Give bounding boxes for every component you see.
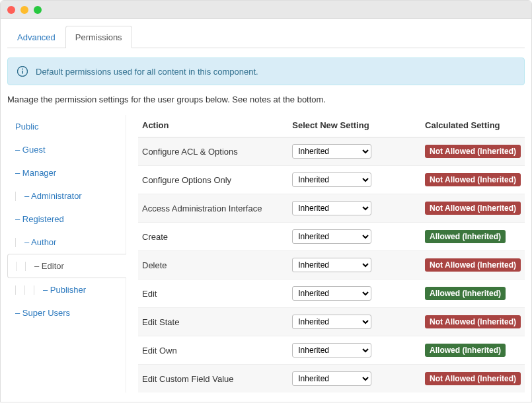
sidebar-item-group[interactable]: – Manager: [7, 161, 126, 184]
close-icon[interactable]: [7, 6, 15, 14]
tree-indent: [34, 285, 42, 295]
permissions-main: Action Select New Setting Calculated Set…: [126, 115, 525, 393]
table-row: CreateInheritedAllowed (Inherited): [138, 223, 525, 251]
table-row: EditInheritedAllowed (Inherited): [138, 280, 525, 308]
setting-select[interactable]: Inherited: [292, 315, 371, 329]
tree-indent: [15, 285, 23, 295]
action-cell: Delete: [138, 251, 288, 280]
titlebar: [1, 1, 531, 19]
action-cell: Create: [138, 223, 288, 251]
sidebar-item-group[interactable]: – Administrator: [7, 184, 126, 208]
info-alert: Default permissions used for all content…: [7, 57, 525, 85]
sidebar-item-group[interactable]: – Registered: [7, 208, 126, 231]
action-cell: Configure ACL & Options: [138, 137, 288, 166]
sidebar-item-group[interactable]: – Author: [7, 231, 126, 254]
sidebar-item-label: – Registered: [15, 214, 64, 224]
table-row: DeleteInheritedNot Allowed (Inherited): [138, 251, 525, 280]
select-cell: Inherited: [288, 251, 421, 280]
calculated-cell: Not Allowed (Inherited): [421, 137, 525, 166]
action-cell: Edit: [138, 280, 288, 308]
header-calculated: Calculated Setting: [421, 115, 525, 137]
alert-text: Default permissions used for all content…: [36, 67, 258, 77]
table-row: Edit OwnInheritedAllowed (Inherited): [138, 336, 525, 365]
calculated-cell: Allowed (Inherited): [421, 223, 525, 251]
select-cell: Inherited: [288, 137, 421, 166]
header-action: Action: [138, 115, 288, 137]
tab-bar: AdvancedPermissions: [7, 26, 525, 48]
info-icon: [17, 66, 28, 77]
table-row: Edit Custom Field ValueInheritedNot Allo…: [138, 365, 525, 393]
permissions-table: Action Select New Setting Calculated Set…: [138, 115, 525, 393]
sidebar-item-label: Public: [15, 122, 38, 132]
status-badge: Not Allowed (Inherited): [425, 202, 521, 215]
setting-select[interactable]: Inherited: [292, 286, 371, 301]
sidebar-item-group[interactable]: Public: [7, 115, 126, 138]
status-badge: Not Allowed (Inherited): [425, 258, 521, 272]
setting-select[interactable]: Inherited: [292, 144, 371, 159]
sidebar-item-label: – Administrator: [24, 191, 82, 201]
svg-point-2: [22, 69, 23, 70]
action-cell: Edit State: [138, 308, 288, 336]
sidebar-item-label: – Guest: [15, 145, 46, 155]
content-area: AdvancedPermissions Default permissions …: [1, 19, 531, 402]
tree-indent: [25, 262, 33, 271]
status-badge: Not Allowed (Inherited): [425, 173, 521, 186]
calculated-cell: Allowed (Inherited): [421, 280, 525, 308]
status-badge: Allowed (Inherited): [425, 230, 506, 243]
sidebar-item-group[interactable]: – Super Users: [7, 301, 126, 324]
action-cell: Edit Own: [138, 336, 288, 365]
status-badge: Not Allowed (Inherited): [425, 315, 521, 328]
table-row: Configure Options OnlyInheritedNot Allow…: [138, 166, 525, 194]
sidebar-item-label: – Manager: [15, 168, 56, 178]
setting-select[interactable]: Inherited: [292, 371, 371, 386]
status-badge: Allowed (Inherited): [425, 344, 506, 357]
select-cell: Inherited: [288, 223, 421, 251]
sidebar-item-label: – Author: [24, 237, 56, 247]
sidebar-item-group[interactable]: – Editor: [7, 254, 126, 278]
sidebar-item-label: – Editor: [34, 261, 64, 271]
select-cell: Inherited: [288, 194, 421, 223]
select-cell: Inherited: [288, 308, 421, 336]
maximize-icon[interactable]: [34, 6, 42, 14]
setting-select[interactable]: Inherited: [292, 258, 371, 272]
status-badge: Not Allowed (Inherited): [425, 372, 521, 385]
calculated-cell: Not Allowed (Inherited): [421, 166, 525, 194]
select-cell: Inherited: [288, 280, 421, 308]
minimize-icon[interactable]: [20, 6, 28, 14]
table-row: Access Administration InterfaceInherited…: [138, 194, 525, 223]
status-badge: Not Allowed (Inherited): [425, 145, 521, 158]
calculated-cell: Not Allowed (Inherited): [421, 365, 525, 393]
select-cell: Inherited: [288, 166, 421, 194]
tree-indent: [15, 238, 23, 247]
tab-permissions[interactable]: Permissions: [65, 26, 132, 48]
tab-advanced[interactable]: Advanced: [7, 26, 65, 48]
action-cell: Edit Custom Field Value: [138, 365, 288, 393]
tree-indent: [16, 262, 24, 271]
svg-rect-1: [22, 71, 23, 74]
sidebar-item-group[interactable]: – Publisher: [7, 278, 126, 301]
header-select: Select New Setting: [288, 115, 421, 137]
calculated-cell: Allowed (Inherited): [421, 336, 525, 365]
tree-indent: [15, 192, 23, 201]
table-row: Configure ACL & OptionsInheritedNot Allo…: [138, 137, 525, 166]
setting-select[interactable]: Inherited: [292, 201, 371, 215]
tree-indent: [24, 285, 32, 295]
app-window: AdvancedPermissions Default permissions …: [0, 0, 532, 402]
table-row: Edit StateInheritedNot Allowed (Inherite…: [138, 308, 525, 336]
group-sidebar: Public– Guest– Manager– Administrator– R…: [7, 115, 126, 393]
calculated-cell: Not Allowed (Inherited): [421, 308, 525, 336]
sidebar-item-label: – Super Users: [15, 308, 70, 318]
sidebar-item-group[interactable]: – Guest: [7, 138, 126, 161]
calculated-cell: Not Allowed (Inherited): [421, 194, 525, 223]
action-cell: Configure Options Only: [138, 166, 288, 194]
setting-select[interactable]: Inherited: [292, 172, 371, 187]
action-cell: Access Administration Interface: [138, 194, 288, 223]
setting-select[interactable]: Inherited: [292, 343, 371, 358]
permissions-layout: Public– Guest– Manager– Administrator– R…: [7, 115, 525, 393]
status-badge: Allowed (Inherited): [425, 287, 506, 300]
setting-select[interactable]: Inherited: [292, 229, 371, 244]
intro-text: Manage the permission settings for the u…: [7, 94, 525, 104]
select-cell: Inherited: [288, 336, 421, 365]
select-cell: Inherited: [288, 365, 421, 393]
sidebar-item-label: – Publisher: [43, 285, 86, 295]
